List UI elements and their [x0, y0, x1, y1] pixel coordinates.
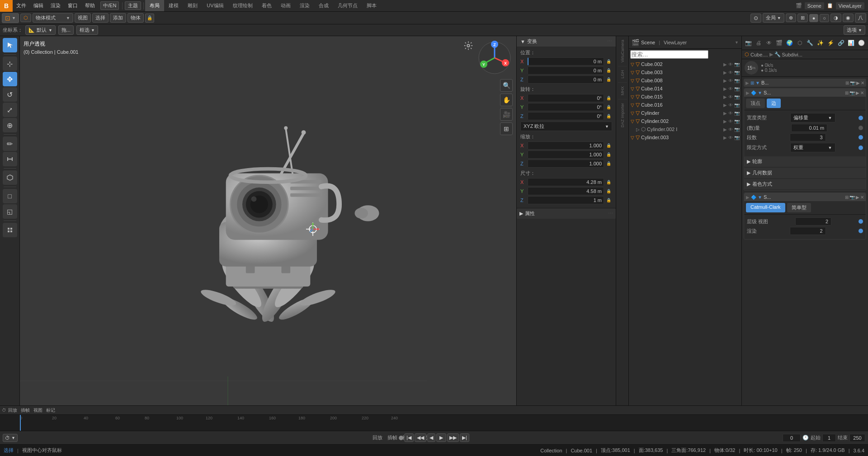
width-type-dropdown[interactable]: 偏移量 ▼	[790, 113, 835, 122]
tab-geometry-nodes[interactable]: 几何节点	[333, 0, 362, 11]
jump-end-btn[interactable]: ▶|	[460, 433, 469, 442]
tab-layout[interactable]: 布局	[145, 0, 164, 11]
scene-item-cube016[interactable]: ▽ ▽ Cube.016 ▶ 👁 📷	[629, 101, 741, 109]
transform-header[interactable]: ▼ 变换 ⋯	[517, 36, 616, 47]
modifier2-name[interactable]: S...	[764, 90, 844, 95]
measure-tool[interactable]	[3, 152, 17, 166]
playback-label[interactable]: 回放	[8, 407, 17, 414]
dim-y-value[interactable]: 4.58 m	[528, 187, 604, 195]
marker-label[interactable]: 标记	[46, 407, 55, 414]
subdiv-icon3[interactable]: ▶	[856, 195, 859, 200]
props-modifier-icon[interactable]: 🔧	[806, 38, 815, 48]
subdiv-icon2[interactable]: 📷	[849, 195, 855, 200]
viewport-extra[interactable]: 八	[855, 13, 866, 23]
attributes-section[interactable]: ▶ 属性 ⋯	[517, 208, 616, 219]
overlay-icon[interactable]: ⊞	[797, 14, 808, 22]
scene-item-cube002[interactable]: ▽ ▽ Cube.002 ▶ 👁 📷	[629, 60, 741, 68]
geodata-section[interactable]: ▶ 几何数据	[744, 168, 866, 178]
rot-y-lock[interactable]: 🔒	[605, 103, 612, 111]
tab-compositing[interactable]: 合成	[314, 0, 333, 11]
props-scene-icon[interactable]: 🎬	[774, 38, 784, 48]
add-cube-tool[interactable]	[3, 170, 17, 185]
mod1-icon4[interactable]: ✕	[861, 80, 864, 85]
props-world-icon[interactable]: 🌍	[785, 38, 794, 48]
viewport-display[interactable]: ⊙	[750, 14, 761, 23]
mod1-icon3[interactable]: ▶	[856, 80, 860, 85]
rot-z-value[interactable]: 0°	[528, 112, 604, 120]
mod2-icon4[interactable]: ✕	[860, 90, 864, 95]
segments-value[interactable]: 3	[790, 133, 826, 141]
timeline-track[interactable]: 0 20 40 60 80 100 120 140 160 180 200 22…	[0, 415, 868, 431]
limit-method-dropdown[interactable]: 权重 ▼	[790, 143, 835, 152]
next-keyframe-btn[interactable]: ▶▶	[447, 433, 459, 442]
snap-icon[interactable]: ⊕	[786, 14, 796, 22]
props-render-icon[interactable]: 📷	[744, 38, 753, 48]
scene-item-cylinder002[interactable]: ▽ ▽ Cylinder.002 ▶ 👁 📷	[629, 117, 741, 125]
count-value[interactable]: 0.01 m	[791, 124, 827, 132]
props-particle-icon[interactable]: ✨	[816, 38, 825, 48]
count-dot[interactable]	[859, 126, 863, 130]
render-dot[interactable]	[859, 229, 863, 233]
pos-y-value[interactable]: 0 m	[528, 66, 604, 75]
mod1-icon1[interactable]: ⊞	[845, 80, 849, 85]
edge-tab[interactable]: 边	[767, 99, 781, 108]
scene-item-cube003[interactable]: ▽ ▽ Cube.003 ▶ 👁 📷	[629, 68, 741, 76]
editor-type-menu[interactable]: ⊡ ▼	[2, 13, 19, 23]
select-menu[interactable]: 选择	[92, 13, 108, 23]
viewport-3d[interactable]: 用户透视 (0) Collection | Cube.001 Z X Y	[20, 36, 516, 431]
language-selector[interactable]: 中/EN	[100, 1, 119, 10]
menu-window[interactable]: 窗口	[64, 0, 81, 11]
menu-edit[interactable]: 编辑	[30, 0, 47, 11]
tab-render[interactable]: 渲染	[295, 0, 314, 11]
render-value[interactable]: 2	[790, 227, 826, 235]
end-frame-input[interactable]: 250	[849, 434, 865, 442]
timeline-editor-icon[interactable]: ⏱	[2, 408, 6, 413]
play-btn[interactable]: ▶	[436, 433, 446, 442]
scene-item-cylinder003[interactable]: ▽ ▽ Cylinder.003 ▶ 👁 📷	[629, 133, 741, 141]
tab-scripting[interactable]: 脚本	[362, 0, 381, 11]
grid-icon[interactable]: ⊞	[500, 122, 513, 135]
extra-tool-2[interactable]: ◱	[3, 204, 17, 219]
simple-btn[interactable]: 简单型	[787, 203, 811, 212]
props-object-icon[interactable]: ⬡	[795, 38, 805, 48]
timeline-type-icon[interactable]: ⏱ ▼	[3, 434, 18, 442]
props-view-icon[interactable]: 👁	[764, 38, 774, 48]
scene-expand[interactable]: ▼	[735, 40, 739, 45]
subdiv-name[interactable]: S...	[764, 194, 844, 200]
modifier2-expand[interactable]: ▼	[758, 90, 762, 95]
dim-x-lock[interactable]: 🔒	[605, 178, 612, 186]
annotate-tool[interactable]: ✏	[3, 136, 17, 151]
object-mode-dropdown[interactable]: 物体模式 ▼	[33, 13, 73, 23]
props-data-icon[interactable]: 📊	[847, 38, 856, 48]
rot-y-value[interactable]: 0°	[528, 103, 604, 111]
subdiv-expand[interactable]: ▼	[758, 195, 762, 200]
settings-gear[interactable]	[463, 41, 473, 52]
theme-button[interactable]: 主题	[125, 1, 141, 10]
viewport-gizmo[interactable]: Z X Y	[476, 40, 513, 77]
mod2-icon3[interactable]: ▶	[856, 90, 859, 95]
dim-z-lock[interactable]: 🔒	[605, 196, 612, 204]
limit-dot[interactable]	[859, 146, 863, 150]
pos-x-value[interactable]: 0 m	[528, 57, 604, 66]
scene-item-cube015[interactable]: ▽ ▽ Cube.015 ▶ 👁 📷	[629, 93, 741, 101]
transform-tool[interactable]: ⊕	[3, 118, 17, 132]
keyframe-text[interactable]: 插帧	[387, 434, 397, 441]
select-mode-dropdown[interactable]: 框选 ▼	[76, 25, 98, 35]
shading-solid[interactable]: ●	[809, 14, 819, 22]
dim-z-value[interactable]: 1 m	[528, 196, 604, 204]
cursor-tool[interactable]: ⊹	[3, 56, 17, 71]
scale-x-lock[interactable]: 🔒	[605, 141, 612, 150]
scale-z-lock[interactable]: 🔒	[605, 160, 612, 168]
shading-wire[interactable]: ○	[820, 14, 829, 22]
view-menu[interactable]: 视图	[75, 13, 91, 23]
start-frame-input[interactable]: 1	[822, 434, 836, 442]
subdiv-icon1[interactable]: ⊞	[845, 195, 849, 200]
drag-mode[interactable]: 拖...	[58, 25, 74, 35]
select-tool[interactable]	[3, 38, 17, 52]
props-constraints-icon[interactable]: 🔗	[836, 38, 846, 48]
tab-uv[interactable]: UV编辑	[202, 0, 228, 11]
pos-z-lock[interactable]: 🔒	[605, 75, 612, 84]
mod2-icon1[interactable]: ⊞	[845, 90, 849, 95]
tab-modeling[interactable]: 建模	[164, 0, 183, 11]
scale-x-value[interactable]: 1.000	[528, 141, 604, 150]
